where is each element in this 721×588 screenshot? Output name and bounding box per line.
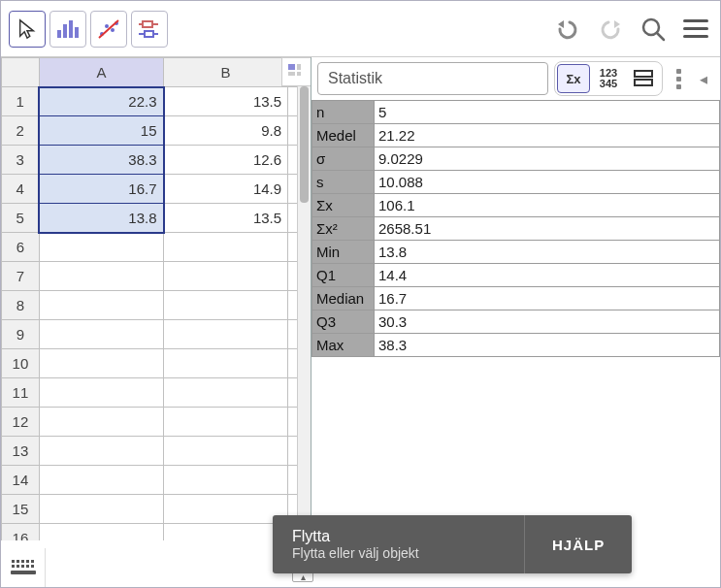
stat-label-Medel: Medel [312, 124, 375, 147]
statistics-dropdown[interactable]: Statistik [317, 62, 548, 95]
cell-A11[interactable] [39, 378, 163, 408]
row-header-13[interactable]: 13 [2, 437, 40, 466]
cell-B13[interactable] [164, 437, 288, 466]
cell-A5[interactable]: 13.8 [39, 204, 163, 233]
tooltip: Flytta Flytta eller välj objekt HJÄLP [273, 515, 632, 573]
stat-label-Median: Median [312, 287, 375, 310]
cell-A15[interactable] [39, 495, 163, 524]
cell-B6[interactable] [164, 233, 288, 262]
row-header-16[interactable]: 16 [2, 524, 40, 541]
stat-label-s: s [312, 171, 375, 194]
keyboard-button[interactable] [1, 548, 46, 587]
svg-rect-31 [21, 565, 24, 568]
cell-A3[interactable]: 38.3 [39, 146, 163, 175]
sigma-x-button[interactable]: Σx [557, 64, 590, 93]
scrollbar-thumb[interactable] [300, 86, 309, 203]
undo-button[interactable] [553, 15, 582, 44]
cell-A12[interactable] [39, 408, 163, 437]
row-header-11[interactable]: 11 [2, 378, 40, 408]
cell-A4[interactable]: 16.7 [39, 175, 163, 204]
cell-A8[interactable] [39, 291, 163, 320]
cell-B11[interactable] [164, 378, 288, 408]
help-button[interactable]: HJÄLP [525, 515, 632, 573]
svg-rect-26 [21, 560, 24, 563]
row-header-7[interactable]: 7 [2, 262, 40, 291]
svg-rect-18 [297, 64, 301, 70]
svg-line-8 [99, 20, 118, 38]
tool-group-right [553, 15, 710, 44]
numeric-button[interactable]: 123345 [592, 64, 625, 93]
cell-A13[interactable] [39, 437, 163, 466]
cell-A2[interactable]: 15 [39, 116, 163, 146]
cell-B7[interactable] [164, 262, 288, 291]
svg-line-16 [657, 33, 664, 40]
menu-button[interactable] [681, 15, 710, 44]
row-header-10[interactable]: 10 [2, 349, 40, 378]
stat-label-Q3: Q3 [312, 310, 375, 334]
row-header-12[interactable]: 12 [2, 408, 40, 437]
tooltip-title: Flytta [292, 528, 505, 545]
more-options-button[interactable] [669, 69, 689, 89]
row-header-14[interactable]: 14 [2, 466, 40, 495]
statistics-view-buttons: Σx 123345 [554, 61, 663, 96]
cell-B16[interactable] [164, 524, 288, 541]
svg-rect-33 [31, 565, 34, 568]
row-header-4[interactable]: 4 [2, 175, 40, 204]
spreadsheet-options-button[interactable] [281, 57, 311, 86]
cell-B14[interactable] [164, 466, 288, 495]
cell-B12[interactable] [164, 408, 288, 437]
statistics-header: Statistik Σx 123345 ◂ [311, 57, 720, 100]
cell-A6[interactable] [39, 233, 163, 262]
cell-B8[interactable] [164, 291, 288, 320]
cell-A9[interactable] [39, 320, 163, 349]
stat-value-Median: 16.7 [375, 287, 720, 310]
column-header-B[interactable]: B [164, 58, 288, 87]
spreadsheet-scrollbar[interactable] [297, 86, 311, 540]
stat-value-Medel: 21.22 [375, 124, 720, 147]
svg-rect-2 [69, 20, 73, 38]
redo-button[interactable] [596, 15, 625, 44]
svg-point-6 [111, 28, 115, 32]
cell-A1[interactable]: 22.3 [39, 87, 163, 116]
pointer-tool-button[interactable] [9, 11, 46, 48]
column-header-A[interactable]: A [39, 58, 163, 87]
spreadsheet[interactable]: AB122.313.52159.8338.312.6416.714.9513.8… [1, 57, 311, 540]
row-header-9[interactable]: 9 [2, 320, 40, 349]
cell-A14[interactable] [39, 466, 163, 495]
cell-B1[interactable]: 13.5 [164, 87, 288, 116]
cell-B4[interactable]: 14.9 [164, 175, 288, 204]
tooltip-subtitle: Flytta eller välj objekt [292, 545, 505, 561]
cell-B9[interactable] [164, 320, 288, 349]
hamburger-icon [683, 19, 708, 38]
svg-rect-27 [26, 560, 29, 563]
svg-point-5 [105, 24, 109, 28]
scatter-tool-button[interactable] [90, 11, 127, 48]
bar-chart-tool-button[interactable] [49, 11, 86, 48]
cell-B5[interactable]: 13.5 [164, 204, 288, 233]
cell-A16[interactable] [39, 524, 163, 541]
stat-value-Σx²: 2658.51 [375, 217, 720, 241]
cell-B15[interactable] [164, 495, 288, 524]
cell-A7[interactable] [39, 262, 163, 291]
search-button[interactable] [639, 15, 668, 44]
row-header-3[interactable]: 3 [2, 146, 40, 175]
cell-B10[interactable] [164, 349, 288, 378]
cell-B3[interactable]: 12.6 [164, 146, 288, 175]
statistics-table: n5Medel21.22σ9.0229s10.088Σx106.1Σx²2658… [311, 100, 720, 357]
row-header-2[interactable]: 2 [2, 116, 40, 146]
corner-cell[interactable] [2, 58, 40, 87]
cell-B2[interactable]: 9.8 [164, 116, 288, 146]
row-header-6[interactable]: 6 [2, 233, 40, 262]
layout-button[interactable] [627, 64, 660, 93]
boxplot-tool-button[interactable] [131, 11, 168, 48]
row-header-8[interactable]: 8 [2, 291, 40, 320]
collapse-panel-button[interactable]: ◂ [695, 70, 712, 88]
row-header-1[interactable]: 1 [2, 87, 40, 116]
row-header-15[interactable]: 15 [2, 495, 40, 524]
stat-label-Q1: Q1 [312, 264, 375, 287]
statistics-panel: Statistik Σx 123345 ◂ n5Medel21.22σ9.022… [311, 57, 720, 540]
row-header-5[interactable]: 5 [2, 204, 40, 233]
stat-value-Max: 38.3 [375, 334, 720, 357]
cell-A10[interactable] [39, 349, 163, 378]
tooltip-text: Flytta Flytta eller välj objekt [273, 515, 525, 573]
